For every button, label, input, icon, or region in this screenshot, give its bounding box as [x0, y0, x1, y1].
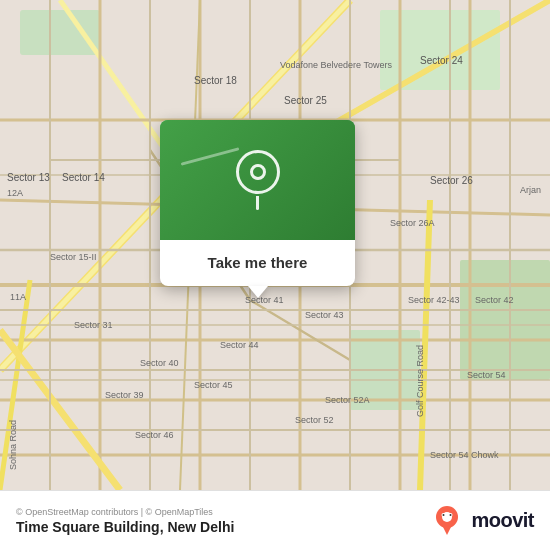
svg-point-10 — [443, 514, 445, 516]
place-title: Time Square Building, New Delhi — [16, 519, 234, 535]
svg-marker-7 — [441, 523, 453, 535]
take-me-there-button[interactable]: Take me there — [160, 240, 355, 286]
pin-tail — [256, 196, 259, 210]
moovit-icon — [429, 503, 465, 539]
svg-point-11 — [450, 514, 452, 516]
bottom-info: © OpenStreetMap contributors | © OpenMap… — [16, 507, 234, 535]
pin-circle — [236, 150, 280, 194]
popup-action-label: Take me there — [208, 254, 308, 271]
bottom-bar: © OpenStreetMap contributors | © OpenMap… — [0, 490, 550, 550]
attribution-text: © OpenStreetMap contributors | © OpenMap… — [16, 507, 234, 517]
location-popup: Take me there — [160, 120, 355, 286]
svg-rect-3 — [460, 260, 550, 380]
pin-inner — [250, 164, 266, 180]
popup-map-preview — [160, 120, 355, 240]
moovit-text: moovit — [471, 509, 534, 532]
moovit-logo: moovit — [429, 503, 534, 539]
location-pin — [236, 150, 280, 210]
popup-tail-arrow — [248, 286, 268, 298]
map-container[interactable]: Sector 13 Sector 14 12A Sector 15-II 11A… — [0, 0, 550, 490]
svg-rect-1 — [20, 10, 100, 55]
svg-rect-2 — [380, 10, 500, 90]
